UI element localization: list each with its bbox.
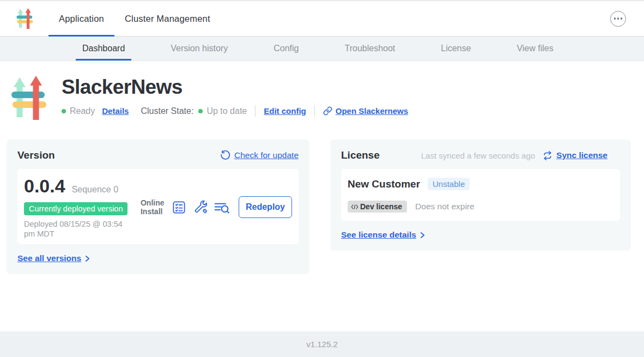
- app-icon: [11, 76, 46, 120]
- subtab-config-label: Config: [274, 44, 299, 53]
- chevron-right-icon: [420, 232, 425, 239]
- preflight-checks-icon[interactable]: [172, 200, 186, 215]
- version-card-title: Version: [17, 149, 55, 161]
- subtab-dashboard-label: Dashboard: [82, 44, 125, 53]
- subtab-version-history[interactable]: Version history: [164, 37, 234, 60]
- license-type-label: Dev license: [360, 202, 402, 211]
- app-title: SlackerNews: [62, 76, 408, 99]
- license-card-title: License: [341, 149, 380, 161]
- overflow-menu-button[interactable]: [610, 11, 626, 27]
- sequence-label: Sequence 0: [72, 185, 118, 195]
- deployed-badge: Currently deployed version: [24, 202, 127, 215]
- sub-nav: Dashboard Version history Config Trouble…: [0, 37, 644, 61]
- subtab-license[interactable]: License: [434, 37, 477, 60]
- subtab-version-history-label: Version history: [171, 44, 228, 53]
- tab-application-label: Application: [59, 14, 104, 24]
- subtab-troubleshoot[interactable]: Troubleshoot: [338, 37, 402, 60]
- footer: v1.125.2: [0, 331, 644, 357]
- cluster-state-dot: [198, 109, 203, 113]
- cluster-state-text: Up to date: [206, 106, 247, 116]
- edit-config-link[interactable]: Edit config: [264, 106, 306, 116]
- sync-icon: [543, 150, 552, 161]
- tab-application[interactable]: Application: [48, 1, 114, 36]
- sync-license-link[interactable]: Sync license: [543, 150, 607, 161]
- redeploy-button[interactable]: Redeploy: [239, 196, 292, 218]
- app-logo[interactable]: [16, 1, 33, 36]
- app-header: SlackerNews Ready Details Cluster State:…: [0, 61, 644, 120]
- main-content: SlackerNews Ready Details Cluster State:…: [0, 61, 644, 331]
- expiration-text: Does not expire: [415, 202, 475, 211]
- chain-link-icon: [323, 106, 332, 116]
- logs-icon[interactable]: [214, 201, 230, 214]
- install-type-label: Online Install: [141, 198, 167, 216]
- see-all-versions-link[interactable]: See all versions: [17, 253, 90, 263]
- ellipsis-icon: [614, 17, 616, 20]
- details-link[interactable]: Details: [102, 106, 129, 116]
- top-nav-tabs: Application Cluster Management: [48, 1, 221, 36]
- license-panel: New Customer Unstable Dev license Does n…: [341, 169, 620, 221]
- top-nav: Application Cluster Management: [0, 1, 644, 37]
- subtab-license-label: License: [441, 44, 471, 53]
- subtab-config[interactable]: Config: [267, 37, 305, 60]
- divider: [255, 105, 256, 117]
- refresh-icon: [220, 150, 230, 161]
- see-license-details-link[interactable]: See license details: [341, 230, 425, 240]
- check-for-update-link[interactable]: Check for update: [220, 150, 299, 161]
- deployed-timestamp: Deployed 08/15/25 @ 03:54 pm MDT: [24, 220, 125, 239]
- version-card: Version Check for update 0.0.4 Sequence …: [7, 140, 309, 274]
- tab-cluster-management[interactable]: Cluster Management: [114, 1, 221, 36]
- app-status-dot: [62, 109, 66, 113]
- config-wrench-icon[interactable]: [194, 200, 209, 215]
- last-synced-text: Last synced a few seconds ago: [421, 151, 535, 160]
- check-for-update-label: Check for update: [234, 150, 299, 160]
- app-status-row: Ready Details Cluster State: Up to date …: [62, 105, 408, 117]
- code-icon: [351, 204, 359, 210]
- sync-license-label: Sync license: [556, 150, 607, 160]
- tab-cluster-management-label: Cluster Management: [125, 14, 210, 24]
- subtab-dashboard[interactable]: Dashboard: [76, 37, 131, 60]
- divider: [314, 105, 315, 117]
- subtab-view-files[interactable]: View files: [510, 37, 560, 60]
- cluster-state-label: Cluster State:: [141, 106, 193, 116]
- customer-name: New Customer: [348, 178, 420, 190]
- chevron-right-icon: [85, 255, 90, 262]
- current-version-panel: 0.0.4 Sequence 0 Currently deployed vers…: [17, 169, 299, 244]
- open-app-label: Open Slackernews: [336, 106, 408, 116]
- open-app-link[interactable]: Open Slackernews: [323, 106, 408, 116]
- channel-badge: Unstable: [428, 178, 470, 190]
- license-card: License Last synced a few seconds ago Sy…: [330, 140, 631, 251]
- subtab-view-files-label: View files: [517, 44, 553, 53]
- see-all-versions-label: See all versions: [17, 253, 81, 263]
- console-version: v1.125.2: [306, 340, 338, 349]
- app-status-text: Ready: [70, 106, 95, 116]
- subtab-troubleshoot-label: Troubleshoot: [344, 44, 395, 53]
- see-license-details-label: See license details: [341, 230, 416, 240]
- slackernews-logo-icon: [16, 8, 33, 29]
- license-type-badge: Dev license: [348, 201, 407, 213]
- version-number: 0.0.4: [24, 176, 65, 197]
